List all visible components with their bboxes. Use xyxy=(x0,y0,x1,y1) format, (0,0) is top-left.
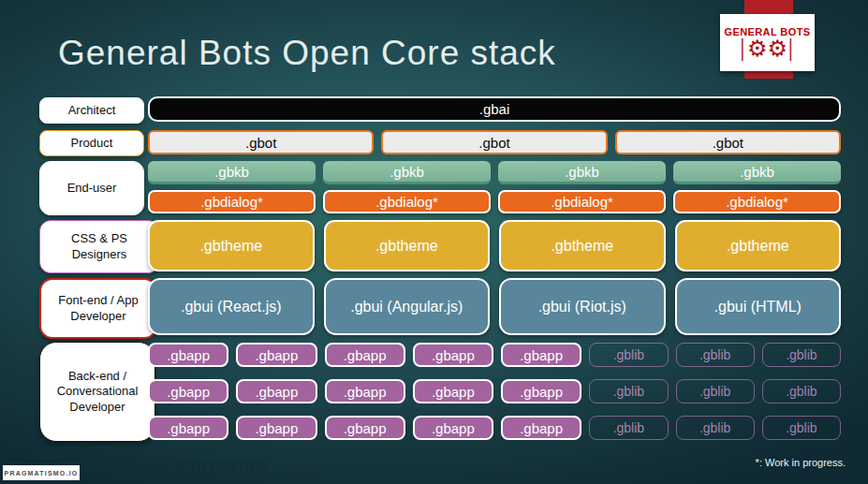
gbui-react-button[interactable]: .gbui (React.js) xyxy=(148,278,315,335)
gbapp-button[interactable]: .gbapp xyxy=(413,343,493,367)
general-bots-logo: GENERAL BOTS │⚙⚙│ xyxy=(720,14,815,71)
gbdialog-row: .gbdialog* .gbdialog* .gbdialog* .gbdial… xyxy=(148,190,841,213)
page-title: General Bots Open Core stack xyxy=(58,34,556,73)
gbot-button[interactable]: .gbot xyxy=(381,130,607,154)
gbtheme-button[interactable]: .gbtheme xyxy=(148,220,315,271)
gbdialog-button[interactable]: .gbdialog* xyxy=(148,190,316,213)
gbtheme-button[interactable]: .gbtheme xyxy=(324,220,491,271)
gbapp-button[interactable]: .gbapp xyxy=(236,343,316,367)
role-label-css-ps-designers: CSS & PS Designers xyxy=(39,220,159,273)
role-label-product: Product xyxy=(39,130,144,156)
gblib-button[interactable]: .gblib xyxy=(676,343,755,367)
gblib-button[interactable]: .gblib xyxy=(589,416,668,440)
gbapp-button[interactable]: .gbapp xyxy=(413,379,493,403)
gbkb-button[interactable]: .gbkb xyxy=(323,161,491,184)
footer-edition-text: 2018Q4 - Corporate xyxy=(84,455,268,477)
gear-icon: ⚙ xyxy=(747,37,768,60)
gears-icon: │⚙⚙│ xyxy=(739,37,795,60)
backend-row-1: .gbapp .gbapp .gbapp .gbapp .gbapp .gbli… xyxy=(148,343,841,367)
gbot-button[interactable]: .gbot xyxy=(615,130,841,154)
vendor-logo: PRAGMATISMO.IO xyxy=(3,465,80,480)
gbtheme-button[interactable]: .gbtheme xyxy=(499,220,666,271)
gbapp-button[interactable]: .gbapp xyxy=(148,416,228,440)
gbui-row: .gbui (React.js) .gbui (Angular.js) .gbu… xyxy=(148,278,841,335)
gbapp-button[interactable]: .gbapp xyxy=(325,416,405,440)
role-label-architect: Architect xyxy=(39,97,144,124)
role-label-backend-conversational-developer: Back-end / Conversational Developer xyxy=(39,342,155,442)
gbapp-button[interactable]: .gbapp xyxy=(325,343,405,367)
gbot-button[interactable]: .gbot xyxy=(148,130,374,154)
gbkb-button[interactable]: .gbkb xyxy=(673,161,841,184)
gbapp-button[interactable]: .gbapp xyxy=(501,379,581,403)
gbdialog-button[interactable]: .gbdialog* xyxy=(323,190,491,213)
gblib-button[interactable]: .gblib xyxy=(762,416,841,440)
gbtheme-row: .gbtheme .gbtheme .gbtheme .gbtheme xyxy=(148,220,841,271)
backend-row-2: .gbapp .gbapp .gbapp .gbapp .gbapp .gbli… xyxy=(148,379,841,403)
gblib-button[interactable]: .gblib xyxy=(676,416,755,440)
gbdialog-button[interactable]: .gbdialog* xyxy=(498,190,666,213)
gbai-bar[interactable]: .gbai xyxy=(148,96,841,122)
work-in-progress-footnote: *: Work in progress. xyxy=(756,457,846,468)
gbkb-button[interactable]: .gbkb xyxy=(498,161,666,184)
gbkb-button[interactable]: .gbkb xyxy=(148,161,316,184)
gblib-button[interactable]: .gblib xyxy=(589,379,668,403)
gbkb-row: .gbkb .gbkb .gbkb .gbkb xyxy=(148,161,841,184)
gbapp-button[interactable]: .gbapp xyxy=(413,416,493,440)
gbapp-button[interactable]: .gbapp xyxy=(325,379,405,403)
gbtheme-button[interactable]: .gbtheme xyxy=(675,220,842,271)
gbui-html-button[interactable]: .gbui (HTML) xyxy=(675,278,842,335)
gbapp-button[interactable]: .gbapp xyxy=(236,379,316,403)
gbapp-button[interactable]: .gbapp xyxy=(501,343,581,367)
role-label-end-user: End-user xyxy=(39,161,144,215)
gblib-button[interactable]: .gblib xyxy=(762,343,841,367)
gbapp-button[interactable]: .gbapp xyxy=(501,416,581,440)
role-label-frontend-app-developer: Font-end / App Developer xyxy=(39,278,157,339)
gblib-button[interactable]: .gblib xyxy=(676,379,755,403)
gear-icon: ⚙ xyxy=(768,37,788,60)
gbot-row: .gbot .gbot .gbot xyxy=(148,130,841,154)
slide: General Bots Open Core stack GENERAL BOT… xyxy=(0,0,868,484)
gbui-angular-button[interactable]: .gbui (Angular.js) xyxy=(324,278,491,335)
backend-row-3: .gbapp .gbapp .gbapp .gbapp .gbapp .gbli… xyxy=(148,416,841,440)
gblib-button[interactable]: .gblib xyxy=(589,343,668,367)
gear-bar-right: │ xyxy=(786,37,798,60)
gbapp-button[interactable]: .gbapp xyxy=(148,343,228,367)
gblib-button[interactable]: .gblib xyxy=(762,379,841,403)
gbapp-button[interactable]: .gbapp xyxy=(148,379,228,403)
gbdialog-button[interactable]: .gbdialog* xyxy=(673,190,841,213)
gbapp-button[interactable]: .gbapp xyxy=(236,416,316,440)
gbui-riot-button[interactable]: .gbui (Riot.js) xyxy=(499,278,666,335)
